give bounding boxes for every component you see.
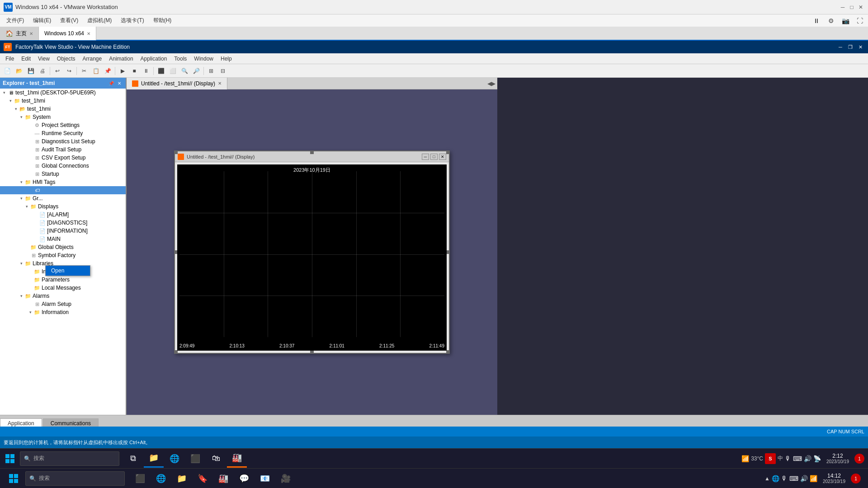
- win10-search-box-2[interactable]: 🔍 搜索: [25, 471, 125, 486]
- vm-pause-btn[interactable]: ⏸: [810, 15, 823, 27]
- tree-item-diag-list[interactable]: ⊞ Diagnostics List Setup: [0, 137, 126, 145]
- taskbar-cmd-btn[interactable]: ⬛: [185, 450, 205, 468]
- ft-stop-btn[interactable]: ■: [129, 66, 140, 76]
- tree-item-global-conn[interactable]: ⊞ Global Connections: [0, 162, 126, 170]
- ft-zoom-out-btn[interactable]: 🔎: [191, 66, 202, 76]
- taskbar-app1-btn[interactable]: ⬛: [130, 469, 150, 488]
- menu-help[interactable]: 帮助(H): [149, 16, 176, 25]
- vm-tab-home[interactable]: 🏠 主页 ✕: [0, 27, 39, 40]
- taskbar-store-btn[interactable]: 🛍: [206, 450, 226, 468]
- ft-save-btn[interactable]: 💾: [25, 66, 36, 76]
- taskbar-app3-btn[interactable]: 📁: [172, 469, 192, 488]
- win10-start-btn[interactable]: [0, 449, 20, 469]
- tree-item-csv[interactable]: ⊞ CSV Export Setup: [0, 154, 126, 162]
- win10-start-btn-2[interactable]: [4, 469, 24, 488]
- tray2-wifi-icon[interactable]: 📶: [810, 475, 817, 482]
- taskbar-explorer-btn[interactable]: 📁: [144, 450, 164, 468]
- ft-cut-btn[interactable]: ✂: [79, 66, 90, 76]
- tray2-mic-icon[interactable]: 🎙: [781, 475, 788, 482]
- tray-network-icon[interactable]: 📶: [741, 455, 749, 462]
- menu-vm[interactable]: 虚拟机(M): [83, 16, 116, 25]
- display-nav-right-icon[interactable]: ▶: [491, 80, 495, 87]
- tree-item-root[interactable]: ▾ 🖥 test_1hmi (DESKTOP-5PUE69R): [0, 89, 126, 97]
- ft-menu-tools[interactable]: Tools: [170, 55, 190, 63]
- inner-close-btn[interactable]: ✕: [439, 154, 446, 160]
- resize-handle-tr[interactable]: [446, 150, 450, 154]
- context-menu-open[interactable]: Open: [46, 266, 90, 276]
- tree-item-test1hmi[interactable]: ▾ 📁 test_1hmi: [0, 97, 126, 105]
- tree-item-information-grp[interactable]: ▾ 📁 Information: [0, 308, 126, 316]
- vm-tab-win10[interactable]: Windows 10 x64 ✕: [39, 27, 96, 40]
- ft-restore-btn[interactable]: ❐: [846, 43, 854, 51]
- tray2-network2-icon[interactable]: 🌐: [772, 475, 779, 482]
- vm-settings-btn[interactable]: ⚙: [825, 15, 837, 27]
- notification-badge[interactable]: 1: [854, 454, 864, 464]
- explorer-pin-btn[interactable]: 📌: [108, 80, 115, 87]
- ft-menu-edit[interactable]: Edit: [18, 55, 34, 63]
- resize-handle-br[interactable]: [446, 350, 450, 354]
- ft-group-btn[interactable]: ⊞: [206, 66, 217, 76]
- tree-item-audit[interactable]: ⊞ Audit Trail Setup: [0, 145, 126, 154]
- tree-item-local-messages[interactable]: 📁 Local Messages: [0, 284, 126, 292]
- ft-copy-btn[interactable]: 📋: [90, 66, 101, 76]
- taskbar-app4-btn[interactable]: 🔖: [193, 469, 212, 488]
- ft-align-right-btn[interactable]: ⬜: [167, 66, 178, 76]
- tray-wifi-icon[interactable]: 📡: [813, 455, 821, 462]
- tree-item-main-display[interactable]: 📄 MAIN: [0, 235, 126, 243]
- tree-item-diagnostics-display[interactable]: 📄 [DIAGNOSTICS]: [0, 219, 126, 227]
- ft-align-left-btn[interactable]: ⬛: [156, 66, 166, 76]
- tray2-up-arrow[interactable]: ▲: [764, 475, 770, 482]
- tray-keyboard-icon[interactable]: ⌨: [793, 455, 802, 462]
- explorer-close-btn[interactable]: ✕: [116, 80, 123, 87]
- taskbar-app8-btn[interactable]: 🎥: [276, 469, 296, 488]
- ft-close-btn[interactable]: ✕: [856, 43, 864, 51]
- ft-paste-btn[interactable]: 📌: [102, 66, 113, 76]
- ft-menu-application[interactable]: Application: [137, 55, 171, 63]
- taskview-btn[interactable]: ⧉: [123, 450, 143, 468]
- ft-open-btn[interactable]: 📂: [14, 66, 24, 76]
- display-tab-main[interactable]: Untitled - /test_1hmi// (Display) ✕: [127, 78, 227, 89]
- display-nav-left-icon[interactable]: ◀: [487, 80, 491, 87]
- inner-minimize-btn[interactable]: ─: [422, 154, 429, 160]
- tray-mic-icon[interactable]: 🎙: [785, 455, 791, 462]
- tree-item-global-objects[interactable]: 📁 Global Objects: [0, 243, 126, 251]
- resize-handle-mr[interactable]: [446, 250, 450, 254]
- ft-menu-objects[interactable]: Objects: [53, 55, 79, 63]
- taskbar-edge-btn[interactable]: 🌐: [165, 450, 184, 468]
- taskbar-app5-btn[interactable]: 🏭: [213, 469, 233, 488]
- tree-item-proj-settings[interactable]: ⚙ Project Settings: [0, 121, 126, 129]
- vm-fullscreen-btn[interactable]: ⛶: [854, 15, 866, 27]
- menu-view[interactable]: 查看(V): [56, 16, 83, 25]
- ft-redo-btn[interactable]: ↪: [64, 66, 75, 76]
- taskbar-app2-btn[interactable]: 🌐: [151, 469, 171, 488]
- ft-menu-file[interactable]: File: [2, 55, 18, 63]
- resize-handle-bl[interactable]: [174, 350, 178, 354]
- tray-lang-icon[interactable]: 中: [778, 455, 783, 462]
- win10-clock-2[interactable]: 14:12 2023/10/19: [819, 473, 849, 484]
- minimize-button[interactable]: ─: [839, 4, 846, 11]
- ft-ungroup-btn[interactable]: ⊟: [217, 66, 228, 76]
- ft-minimize-btn[interactable]: ─: [836, 43, 844, 51]
- ft-menu-window[interactable]: Window: [190, 55, 217, 63]
- vm-snapshot-btn[interactable]: 📷: [839, 15, 852, 27]
- tree-item-tag[interactable]: 🏷: [0, 186, 126, 194]
- ft-menu-animation[interactable]: Animation: [105, 55, 137, 63]
- ft-menu-help[interactable]: Help: [217, 55, 236, 63]
- ft-menu-arrange[interactable]: Arrange: [79, 55, 106, 63]
- tray2-keyboard-icon[interactable]: ⌨: [789, 475, 798, 482]
- close-button[interactable]: ✕: [857, 4, 864, 11]
- menu-edit[interactable]: 编辑(E): [28, 16, 56, 25]
- ft-pause-btn[interactable]: ⏸: [141, 66, 151, 76]
- tab-close-win10-icon[interactable]: ✕: [87, 31, 90, 36]
- tree-item-test1hmi-sub[interactable]: ▾ 📂 test_1hmi: [0, 105, 126, 113]
- tree-item-alarm[interactable]: 📄 [ALARM]: [0, 211, 126, 219]
- menu-tabs[interactable]: 选项卡(T): [116, 16, 148, 25]
- resize-handle-tm[interactable]: [310, 150, 314, 154]
- tab-close-icon[interactable]: ✕: [29, 31, 33, 36]
- notification-badge-2[interactable]: 1: [851, 474, 861, 483]
- taskbar-app-btn[interactable]: 🏭: [227, 450, 247, 468]
- taskbar-app7-btn[interactable]: 📧: [255, 469, 275, 488]
- tree-item-system[interactable]: ▾ 📁 System: [0, 113, 126, 121]
- tree-item-hmi-tags[interactable]: ▾ 📁 HMI Tags: [0, 178, 126, 186]
- tree-item-alarms[interactable]: ▾ 📁 Alarms: [0, 292, 126, 300]
